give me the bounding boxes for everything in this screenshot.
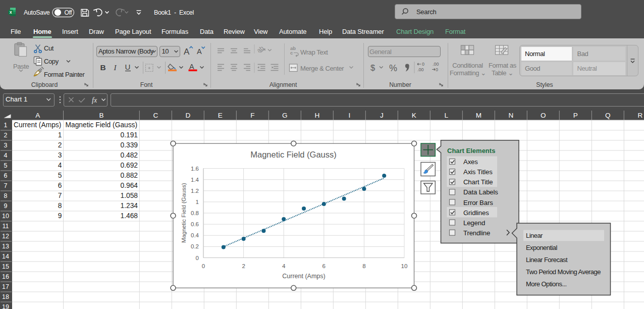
- svg-text:1.6: 1.6: [191, 166, 199, 172]
- svg-text:0: 0: [436, 67, 438, 72]
- svg-text:A: A: [197, 47, 202, 56]
- svg-text:Linear: Linear: [526, 232, 543, 239]
- svg-text:6: 6: [323, 263, 326, 269]
- svg-text:Off: Off: [65, 9, 73, 16]
- svg-text:0: 0: [202, 263, 205, 269]
- svg-text:fx: fx: [92, 96, 97, 104]
- svg-text:Legend: Legend: [463, 219, 485, 227]
- svg-text:Current (Amps): Current (Amps): [282, 273, 325, 280]
- svg-text:Trendline: Trendline: [463, 229, 490, 237]
- svg-text:2: 2: [242, 263, 245, 269]
- svg-text:Axes: Axes: [463, 158, 478, 166]
- svg-text:0.6: 0.6: [191, 221, 199, 227]
- svg-text:0.2: 0.2: [191, 243, 199, 249]
- svg-text:4: 4: [282, 263, 286, 269]
- svg-text:Axis Titles: Axis Titles: [463, 168, 493, 176]
- svg-text:8: 8: [362, 263, 365, 269]
- svg-text:c: c: [290, 50, 293, 56]
- svg-text:Data Labels: Data Labels: [463, 188, 498, 196]
- svg-text:Gridlines: Gridlines: [463, 209, 489, 217]
- svg-text:%: %: [389, 63, 397, 73]
- svg-text:U: U: [125, 63, 131, 71]
- svg-text:I: I: [114, 63, 117, 72]
- svg-text:Chart Title: Chart Title: [463, 178, 493, 186]
- svg-text:Exponential: Exponential: [526, 244, 558, 251]
- svg-text:1: 1: [196, 199, 199, 205]
- svg-text:.00: .00: [417, 67, 424, 72]
- svg-text:More Options...: More Options...: [526, 280, 567, 288]
- svg-text:x: x: [10, 10, 12, 15]
- svg-text:1.2: 1.2: [191, 188, 199, 194]
- svg-text:0: 0: [196, 255, 199, 261]
- svg-text:10: 10: [401, 263, 408, 269]
- svg-text:$: $: [370, 63, 375, 72]
- svg-text:Error Bars: Error Bars: [463, 199, 493, 207]
- svg-text:Magnetic Field (Gauss): Magnetic Field (Gauss): [181, 183, 187, 243]
- svg-text:0.8: 0.8: [191, 210, 199, 216]
- svg-text:0.4: 0.4: [191, 232, 199, 238]
- svg-text:B: B: [100, 63, 106, 72]
- svg-text:Two Period Moving Average: Two Period Moving Average: [526, 268, 601, 276]
- svg-text:A: A: [184, 47, 190, 57]
- svg-text:Linear Forecast: Linear Forecast: [526, 256, 568, 264]
- svg-text:0: 0: [422, 62, 424, 67]
- svg-text:1.4: 1.4: [191, 177, 199, 183]
- svg-text:Chart Elements: Chart Elements: [447, 147, 495, 154]
- svg-text:.00: .00: [433, 62, 439, 67]
- svg-text:Magnetic Field (Gauss): Magnetic Field (Gauss): [250, 150, 337, 159]
